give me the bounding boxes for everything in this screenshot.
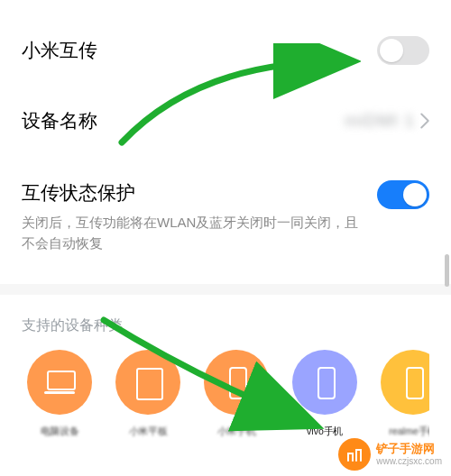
section-divider <box>0 284 451 295</box>
device-label: vivo手机 <box>291 425 358 438</box>
device-item-realme[interactable]: realmerealme手机 <box>375 350 429 439</box>
device-circle: vivo <box>292 350 357 415</box>
device-label: 电脑设备 <box>26 425 93 438</box>
protect-toggle[interactable] <box>377 180 429 209</box>
toggle-knob <box>403 183 427 206</box>
device-item-mi[interactable]: mi电脑设备 <box>22 350 97 439</box>
mi-share-label: 小米互传 <box>22 38 97 63</box>
watermark-title: 铲子手游网 <box>376 443 442 456</box>
device-item-mi[interactable]: mi小米平板 <box>110 350 186 439</box>
row-device-name[interactable]: 设备名称 miDMI 1 <box>22 87 429 155</box>
watermark: 铲子手游网 www.czjsxc.com <box>338 438 442 471</box>
device-label: realme手机 <box>380 425 429 438</box>
toggle-knob <box>380 39 403 62</box>
device-name-label: 设备名称 <box>22 108 97 133</box>
device-circle: mi <box>115 350 180 415</box>
supported-devices-title: 支持的设备种类 <box>22 295 429 341</box>
device-label: 小米手机 <box>203 425 270 438</box>
phone-icon <box>219 365 253 399</box>
row-mi-share: 小米互传 <box>22 22 429 87</box>
tablet-icon <box>131 365 165 399</box>
watermark-url: www.czjsxc.com <box>376 456 442 467</box>
device-name-value: miDMI 1 <box>345 111 415 131</box>
device-circle: mi <box>204 350 269 415</box>
chevron-right-icon <box>420 113 429 129</box>
device-item-vivo[interactable]: vivovivo手机 <box>287 350 363 439</box>
laptop-icon <box>42 365 77 399</box>
supported-devices-list: mi电脑设备mi小米平板mi小米手机vivovivo手机realmerealme… <box>22 341 429 439</box>
device-circle: mi <box>27 350 92 415</box>
phone-icon <box>396 365 429 399</box>
watermark-logo-icon <box>338 438 371 471</box>
row-protect: 互传状态保护 关闭后，互传功能将在WLAN及蓝牙关闭时一同关闭，且不会自动恢复 <box>22 155 429 275</box>
device-item-mi[interactable]: mi小米手机 <box>198 350 274 439</box>
protect-label: 互传状态保护 <box>22 180 361 206</box>
phone-icon <box>308 365 342 399</box>
scrollbar[interactable] <box>445 254 449 287</box>
mi-share-toggle[interactable] <box>377 36 429 65</box>
device-label: 小米平板 <box>115 425 181 438</box>
device-circle: realme <box>381 350 429 415</box>
protect-desc: 关闭后，互传功能将在WLAN及蓝牙关闭时一同关闭，且不会自动恢复 <box>22 213 361 253</box>
